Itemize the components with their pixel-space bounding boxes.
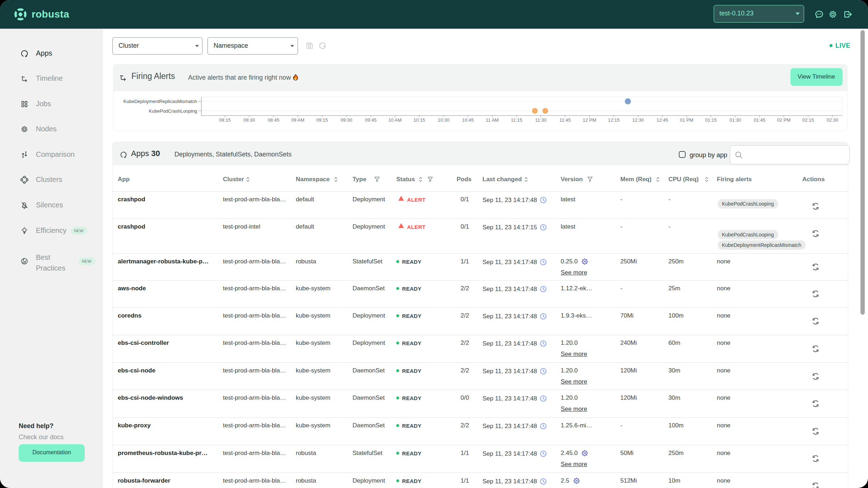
svg-text:10:45: 10:45: [462, 117, 474, 123]
svg-text:11:45: 11:45: [560, 117, 571, 123]
svg-text:12 PM: 12 PM: [583, 117, 596, 123]
svg-text:10:15: 10:15: [414, 117, 425, 123]
svg-text:H: H: [575, 479, 578, 483]
svg-text:01:30: 01:30: [729, 117, 741, 123]
svg-text:H: H: [584, 260, 586, 263]
svg-text:10 AM: 10 AM: [388, 117, 402, 123]
svg-text:09:30: 09:30: [341, 117, 353, 123]
svg-text:11 AM: 11 AM: [486, 117, 499, 123]
svg-text:12:15: 12:15: [608, 117, 620, 123]
svg-text:02 PM: 02 PM: [777, 117, 791, 123]
svg-text:08:30: 08:30: [243, 117, 255, 123]
svg-text:11:30: 11:30: [535, 117, 547, 123]
svg-text:08:15: 08:15: [219, 117, 231, 123]
svg-text:02:15: 02:15: [802, 117, 814, 123]
svg-text:02:30: 02:30: [827, 117, 839, 123]
svg-text:09 AM: 09 AM: [291, 117, 304, 123]
svg-text:01:15: 01:15: [705, 117, 717, 123]
svg-text:KubePodCrashLooping: KubePodCrashLooping: [149, 108, 197, 114]
svg-text:12:45: 12:45: [657, 117, 668, 123]
svg-text:09:45: 09:45: [365, 117, 377, 123]
svg-text:H: H: [584, 451, 586, 455]
svg-text:KubeDeploymentReplicasMismatch: KubeDeploymentReplicasMismatch: [123, 99, 197, 104]
svg-text:11:15: 11:15: [511, 117, 522, 123]
svg-text:08:45: 08:45: [268, 117, 280, 123]
svg-text:12:30: 12:30: [632, 117, 644, 123]
svg-text:01 PM: 01 PM: [680, 117, 694, 123]
svg-text:09:15: 09:15: [316, 117, 328, 123]
svg-text:10:30: 10:30: [438, 117, 450, 123]
svg-text:01:45: 01:45: [754, 117, 766, 123]
